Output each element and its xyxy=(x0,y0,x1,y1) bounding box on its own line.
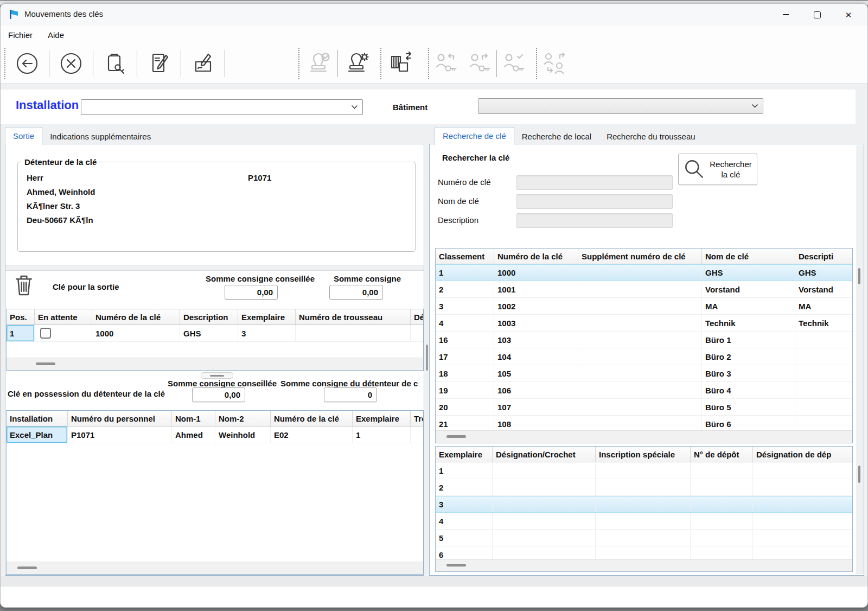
cle-pour-sortie-title: Clé pour la sortie xyxy=(53,282,119,291)
document-edit-button[interactable] xyxy=(137,47,181,80)
table-row[interactable]: 5 xyxy=(436,530,852,546)
table-row[interactable]: 11000GHS3 xyxy=(7,325,423,342)
consigne-field[interactable]: 0,00 xyxy=(329,285,383,300)
horizontal-scrollbar[interactable] xyxy=(436,559,852,571)
column-header[interactable]: Exemplaire xyxy=(353,411,411,426)
close-button[interactable]: ✕ xyxy=(833,4,864,26)
horizontal-scrollbar[interactable] xyxy=(7,358,423,370)
horizontal-scrollbar[interactable] xyxy=(436,430,852,443)
en-attente-checkbox[interactable] xyxy=(40,328,51,339)
column-header[interactable]: Exemplaire xyxy=(238,309,296,324)
batiment-combobox[interactable] xyxy=(478,98,763,114)
column-header[interactable]: Supplément numéro de clé xyxy=(578,249,702,264)
numero-de-cle-input[interactable] xyxy=(516,175,673,190)
cell xyxy=(35,325,92,341)
cell: GHS xyxy=(180,325,238,341)
table-row[interactable]: 20107Büro 5 xyxy=(436,399,852,416)
people-swap-button xyxy=(537,47,571,80)
tab-recherche-du-trousseau[interactable]: Recherche du trousseau xyxy=(599,129,703,144)
description-input[interactable] xyxy=(516,213,673,228)
possession-consigne-conseillee-field[interactable]: 0,00 xyxy=(192,387,245,402)
column-header[interactable]: Numéro de la clé xyxy=(494,249,578,264)
stamp-settings-button[interactable] xyxy=(338,47,376,80)
cards-swap-button[interactable] xyxy=(381,47,419,80)
column-header[interactable]: Nom-1 xyxy=(172,411,215,426)
table-row[interactable]: 18105Büro 3 xyxy=(436,365,852,382)
cell xyxy=(411,325,424,341)
cell xyxy=(578,399,702,415)
column-header[interactable]: N° de dépôt xyxy=(691,447,753,462)
cell: 1 xyxy=(436,265,494,281)
menu-fichier[interactable]: Fichier xyxy=(1,30,40,40)
close-icon: ✕ xyxy=(845,11,852,19)
column-header[interactable]: Installation xyxy=(7,411,68,426)
scrollbar-thumb[interactable] xyxy=(36,362,55,365)
vertical-scrollbar-track[interactable] xyxy=(856,145,864,574)
cell: 108 xyxy=(494,416,578,432)
vertical-scrollbar-thumb[interactable] xyxy=(858,466,860,483)
minimize-button[interactable] xyxy=(770,4,801,26)
vertical-scrollbar-thumb[interactable] xyxy=(858,268,860,284)
cancel-button[interactable] xyxy=(49,47,93,80)
column-header[interactable]: Désignation/Crochet xyxy=(493,447,596,462)
cell xyxy=(753,462,853,479)
person-key-check-icon xyxy=(501,51,526,76)
consigne-conseillee-field[interactable]: 0,00 xyxy=(225,285,278,300)
column-header[interactable]: Nom-2 xyxy=(215,411,271,426)
clipboard-key-button[interactable] xyxy=(93,47,137,80)
holder-personnel-no: P1071 xyxy=(248,173,271,182)
scrollbar-thumb[interactable] xyxy=(17,567,37,569)
menu-aide[interactable]: Aide xyxy=(40,30,72,40)
column-header[interactable]: Inscription spéciale xyxy=(596,447,691,462)
vertical-scrollbar-thumb[interactable] xyxy=(426,345,428,371)
scrollbar-thumb[interactable] xyxy=(446,564,466,567)
holder-street: KÃ¶lner Str. 3 xyxy=(27,201,80,211)
table-row[interactable]: 19106Büro 4 xyxy=(436,382,852,399)
column-header[interactable]: Classement xyxy=(436,249,494,264)
nom-de-cle-input[interactable] xyxy=(516,194,673,209)
column-header[interactable]: En attente xyxy=(35,309,92,324)
table-row[interactable]: 41003TechnikTechnik xyxy=(436,315,852,332)
tab-recherche-de-local[interactable]: Recherche de local xyxy=(514,129,599,144)
cell xyxy=(596,513,691,529)
table-row[interactable]: 3 xyxy=(436,496,852,513)
possession-consigne-detenteur-field[interactable]: 0 xyxy=(324,387,377,402)
horizontal-scrollbar[interactable] xyxy=(7,562,423,574)
column-header[interactable]: Numéro de trousseau xyxy=(296,309,411,324)
column-header[interactable]: Désignation de dép xyxy=(753,447,853,462)
table-row[interactable]: 21001VorstandVorstand xyxy=(436,281,852,298)
column-header[interactable]: Tro xyxy=(411,411,424,426)
column-header[interactable]: Numéro du personnel xyxy=(68,411,172,426)
splitter-handle[interactable] xyxy=(201,372,233,379)
column-header[interactable]: Nom de clé xyxy=(702,249,795,264)
maximize-button[interactable] xyxy=(801,4,833,26)
table-row[interactable]: 16103Büro 1 xyxy=(436,332,852,348)
column-header[interactable]: Pos. xyxy=(7,309,35,324)
tab-sortie[interactable]: Sortie xyxy=(5,127,42,145)
column-header[interactable]: Numéro de la clé xyxy=(92,309,180,324)
installation-combobox[interactable] xyxy=(81,99,363,115)
cell: 4 xyxy=(436,513,493,529)
rechercher-la-cle-button[interactable]: Rechercher la clé xyxy=(678,154,757,185)
back-button[interactable] xyxy=(5,47,49,80)
table-row[interactable]: 1 xyxy=(436,462,852,479)
column-header[interactable]: Description xyxy=(180,309,238,324)
tab-indications-supplementaires[interactable]: Indications supplémentaires xyxy=(42,129,158,144)
signature-icon xyxy=(190,51,215,76)
column-header[interactable]: Exemplaire xyxy=(436,447,493,462)
table-row[interactable]: Excel_PlanP1071AhmedWeinholdE021 xyxy=(7,427,423,443)
cle-en-possession-label: Clé en possession du détenteur de la clé xyxy=(8,389,165,398)
table-row[interactable]: 11000GHSGHS xyxy=(436,264,852,281)
table-row[interactable]: 31002MAMA xyxy=(436,298,852,315)
column-header[interactable]: Descripti xyxy=(795,249,853,264)
table-row[interactable]: 4 xyxy=(436,513,852,530)
trash-icon[interactable] xyxy=(15,273,33,297)
scrollbar-thumb[interactable] xyxy=(446,435,466,438)
tab-recherche-de-cle[interactable]: Recherche de clé xyxy=(435,127,514,145)
exemplaire-table: ExemplaireDésignation/CrochetInscription… xyxy=(435,446,853,572)
column-header[interactable]: Désig xyxy=(411,309,424,324)
column-header[interactable]: Numéro de la clé xyxy=(271,411,353,426)
table-row[interactable]: 17104Büro 2 xyxy=(436,348,852,365)
table-row[interactable]: 2 xyxy=(436,479,852,496)
signature-button[interactable] xyxy=(181,47,225,80)
